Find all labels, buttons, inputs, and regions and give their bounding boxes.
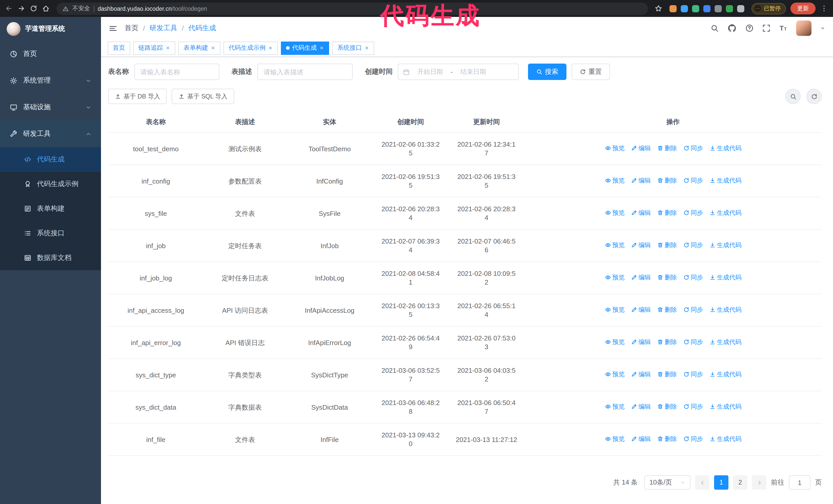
delete-link[interactable]: 删除 <box>657 209 677 217</box>
edit-link[interactable]: 编辑 <box>631 403 651 411</box>
delete-link[interactable]: 删除 <box>657 273 677 282</box>
sidebar-item-infra[interactable]: 基础设施 <box>0 94 101 120</box>
preview-link[interactable]: 预览 <box>604 241 625 250</box>
people-extension-icon[interactable] <box>704 5 711 12</box>
table-desc-input[interactable] <box>257 64 353 80</box>
next-page-button[interactable] <box>752 475 766 490</box>
delete-link[interactable]: 删除 <box>657 370 677 379</box>
reload-icon[interactable] <box>30 5 38 12</box>
import-db-button[interactable]: 基于 DB 导入 <box>108 89 167 104</box>
date-range-picker[interactable]: - <box>398 64 519 80</box>
generate-code-link[interactable]: 生成代码 <box>709 435 741 443</box>
edit-link[interactable]: 编辑 <box>631 338 651 346</box>
sidebar-item-codegen[interactable]: 代码生成 <box>0 147 101 172</box>
gray-extension-icon[interactable] <box>715 5 722 12</box>
generate-code-link[interactable]: 生成代码 <box>709 144 741 153</box>
chrome-update-button[interactable]: 更新 <box>790 3 815 14</box>
sync-link[interactable]: 同步 <box>683 435 703 443</box>
tab-tracing[interactable]: 链路追踪 <box>133 41 175 55</box>
close-icon[interactable] <box>166 46 170 50</box>
delete-link[interactable]: 删除 <box>657 144 677 153</box>
sync-link[interactable]: 同步 <box>683 403 703 411</box>
sidebar-item-codegen-example[interactable]: 代码生成示例 <box>0 172 101 196</box>
delete-link[interactable]: 删除 <box>657 435 677 443</box>
generate-code-link[interactable]: 生成代码 <box>709 273 741 282</box>
page-1-button[interactable]: 1 <box>714 475 729 490</box>
toggle-search-button[interactable] <box>785 89 801 104</box>
github-icon[interactable] <box>728 24 737 33</box>
generate-code-link[interactable]: 生成代码 <box>709 241 741 250</box>
leaf-extension-icon[interactable] <box>726 5 733 12</box>
breadcrumb-devtools[interactable]: 研发工具 <box>150 24 177 33</box>
reset-button[interactable]: 重置 <box>572 64 610 80</box>
sidebar-item-system-api[interactable]: 系统接口 <box>0 221 101 246</box>
sync-link[interactable]: 同步 <box>683 338 703 346</box>
orange-extension-icon[interactable] <box>670 5 677 12</box>
generate-code-link[interactable]: 生成代码 <box>709 209 741 217</box>
caret-down-icon[interactable] <box>820 26 825 31</box>
generate-code-link[interactable]: 生成代码 <box>709 338 741 346</box>
blue-drop-extension-icon[interactable] <box>681 5 688 12</box>
close-icon[interactable] <box>211 46 215 50</box>
tab-system-api[interactable]: 系统接口 <box>332 41 374 55</box>
bookmark-star-icon[interactable] <box>655 5 663 12</box>
generate-code-link[interactable]: 生成代码 <box>709 370 741 379</box>
page-size-select[interactable]: 10条/页 <box>644 475 690 490</box>
close-icon[interactable] <box>319 46 324 50</box>
breadcrumb-home[interactable]: 首页 <box>124 24 138 33</box>
help-icon[interactable] <box>745 24 754 32</box>
kebab-menu-icon[interactable] <box>820 5 828 12</box>
edit-link[interactable]: 编辑 <box>631 273 651 282</box>
sidebar-item-system[interactable]: 系统管理 <box>0 67 101 94</box>
prev-page-button[interactable] <box>695 475 710 490</box>
edit-link[interactable]: 编辑 <box>631 176 651 185</box>
edit-link[interactable]: 编辑 <box>631 306 651 314</box>
puzzle-extension-icon[interactable] <box>737 5 744 12</box>
refresh-table-button[interactable] <box>806 89 822 104</box>
preview-link[interactable]: 预览 <box>604 144 625 153</box>
sync-link[interactable]: 同步 <box>683 306 703 314</box>
delete-link[interactable]: 删除 <box>657 338 677 346</box>
close-icon[interactable] <box>268 46 273 50</box>
sidebar-item-home[interactable]: 首页 <box>0 41 101 67</box>
sidebar-item-db-docs[interactable]: 数据库文档 <box>0 246 101 270</box>
fullscreen-icon[interactable] <box>762 24 770 32</box>
sync-link[interactable]: 同步 <box>683 273 703 282</box>
tab-codegen-example[interactable]: 代码生成示例 <box>223 41 278 55</box>
sync-link[interactable]: 同步 <box>683 209 703 217</box>
green-check-extension-icon[interactable] <box>692 5 699 12</box>
address-bar[interactable]: 不安全 dashboard.yudao.iocoder.cn/tool/code… <box>56 2 648 15</box>
table-name-input[interactable] <box>134 64 219 80</box>
generate-code-link[interactable]: 生成代码 <box>709 403 741 411</box>
sync-link[interactable]: 同步 <box>683 241 703 250</box>
edit-link[interactable]: 编辑 <box>631 144 651 153</box>
edit-link[interactable]: 编辑 <box>631 435 651 443</box>
sync-link[interactable]: 同步 <box>683 370 703 379</box>
edit-link[interactable]: 编辑 <box>631 241 651 250</box>
preview-link[interactable]: 预览 <box>604 176 625 185</box>
end-date-input[interactable] <box>455 68 492 75</box>
delete-link[interactable]: 删除 <box>657 241 677 250</box>
delete-link[interactable]: 删除 <box>657 306 677 314</box>
close-icon[interactable] <box>364 46 369 50</box>
preview-link[interactable]: 预览 <box>604 403 625 411</box>
delete-link[interactable]: 删除 <box>657 176 677 185</box>
tab-home[interactable]: 首页 <box>108 41 130 55</box>
generate-code-link[interactable]: 生成代码 <box>709 176 741 185</box>
edit-link[interactable]: 编辑 <box>631 209 651 217</box>
back-icon[interactable] <box>5 5 13 12</box>
delete-link[interactable]: 删除 <box>657 403 677 411</box>
start-date-input[interactable] <box>412 68 449 75</box>
page-2-button[interactable]: 2 <box>733 475 747 490</box>
tab-form-builder[interactable]: 表单构建 <box>178 41 220 55</box>
search-icon[interactable] <box>711 24 719 32</box>
hamburger-icon[interactable] <box>109 24 117 32</box>
sync-link[interactable]: 同步 <box>683 176 703 185</box>
preview-link[interactable]: 预览 <box>604 370 625 379</box>
import-sql-button[interactable]: 基于 SQL 导入 <box>172 89 234 104</box>
sync-link[interactable]: 同步 <box>683 144 703 153</box>
search-button[interactable]: 搜索 <box>528 64 567 80</box>
font-size-icon[interactable]: TT <box>779 24 787 32</box>
preview-link[interactable]: 预览 <box>604 209 625 217</box>
preview-link[interactable]: 预览 <box>604 273 625 282</box>
